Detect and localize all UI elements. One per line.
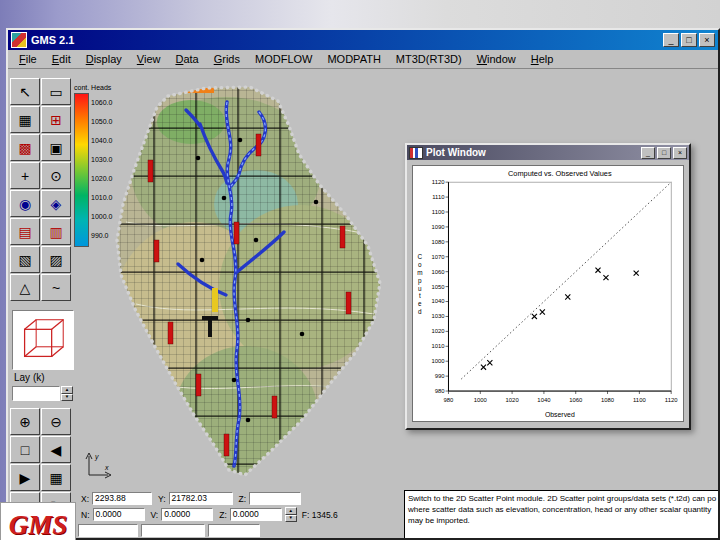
create-grid-tool-icon: ⊞ — [50, 112, 62, 128]
x-tick-label: 1100 — [633, 397, 646, 403]
arc-tool[interactable]: ~ — [41, 274, 71, 301]
view-orientation-cube[interactable] — [12, 310, 74, 370]
menu-data[interactable]: Data — [168, 52, 205, 66]
status-spinner-up[interactable]: ▲ — [285, 507, 297, 515]
zoom-tool-icon: ⊙ — [50, 168, 62, 184]
plot-window[interactable]: Plot Window _ □ × Computed vs. Observed … — [405, 143, 691, 430]
wireframe-cube-icon — [13, 311, 71, 367]
status-row-extra — [78, 523, 404, 538]
next-view-tool[interactable]: ▶ — [10, 464, 40, 491]
plan-view-tool[interactable]: ▦ — [41, 464, 71, 491]
client-area: ↖▭▦⊞▩▣+⊙◉◈▤▥▧▨△~ Lay (k) — [8, 70, 718, 538]
y-tick-label: 1040 — [431, 298, 445, 304]
window-controls: _ □ × — [663, 33, 715, 47]
x-tick-label: 1020 — [506, 397, 520, 403]
plot-maximize-button[interactable]: □ — [657, 147, 671, 159]
row-select-tool-icon: ▤ — [18, 224, 31, 240]
status-field[interactable] — [78, 524, 138, 537]
status-field[interactable] — [208, 524, 260, 537]
status-label: Y: — [158, 494, 166, 504]
menu-mt3d-rt3d-[interactable]: MT3D(RT3D) — [389, 52, 469, 66]
maximize-button[interactable]: □ — [681, 33, 697, 47]
menu-grids[interactable]: Grids — [207, 52, 247, 66]
zoom-tool[interactable]: ⊙ — [41, 162, 71, 189]
y-axis-label-char: d — [418, 308, 422, 315]
pan-tool[interactable]: + — [10, 162, 40, 189]
model-map[interactable] — [106, 82, 406, 482]
menu-help[interactable]: Help — [524, 52, 561, 66]
y-axis-label-char: C — [418, 253, 423, 260]
presentation-slide: GMS 2.1 _ □ × FileEditDisplayViewDataGri… — [0, 0, 720, 540]
grid-frame-tool[interactable]: ▦ — [10, 106, 40, 133]
gms-logo: GMS — [0, 502, 76, 540]
cell-hatch-tool-icon: ▨ — [49, 252, 62, 268]
layer-spinner-up[interactable]: ▲ — [61, 386, 73, 394]
status-field[interactable]: 0.0000 — [93, 508, 145, 521]
polygon-tool-icon: △ — [20, 280, 31, 296]
plot-close-button[interactable]: × — [673, 147, 687, 159]
status-field[interactable]: 2293.88 — [92, 492, 152, 505]
create-grid-tool[interactable]: ⊞ — [41, 106, 71, 133]
frame-view-tool[interactable]: □ — [10, 436, 40, 463]
axis-triad-icon: y x — [82, 448, 116, 482]
node-select-tool-icon: ◉ — [19, 196, 31, 212]
menu-edit[interactable]: Edit — [45, 52, 78, 66]
zoom-out-tool[interactable]: ⊖ — [41, 408, 71, 435]
node-select-tool[interactable]: ◉ — [10, 190, 40, 217]
status-bar: X:2293.88Y:21782.03Z: N:0.0000V:0.0000Z:… — [78, 491, 404, 538]
polygon-tool[interactable]: △ — [10, 274, 40, 301]
select-box-tool[interactable]: ▭ — [41, 78, 71, 105]
plot-minimize-button[interactable]: _ — [641, 147, 655, 159]
zoom-in-tool[interactable]: ⊕ — [10, 408, 40, 435]
scatter-chart: Computed vs. Observed Values980990100010… — [413, 166, 683, 421]
region-select-tool[interactable]: ▣ — [41, 134, 71, 161]
window-title: GMS 2.1 — [31, 34, 74, 46]
pan-tool-icon: + — [21, 168, 29, 184]
mesh-tool[interactable]: ▩ — [10, 134, 40, 161]
help-text-panel: Switch to the 2D Scatter Point module. 2… — [404, 490, 718, 538]
minimize-button[interactable]: _ — [663, 33, 679, 47]
y-tick-label: 1010 — [431, 343, 445, 349]
layer-spinner-down[interactable]: ▼ — [61, 394, 73, 402]
status-field[interactable] — [249, 492, 301, 505]
y-tick-label: 1080 — [431, 239, 445, 245]
select-tool[interactable]: ↖ — [10, 78, 40, 105]
x-tick-label: 1060 — [569, 397, 583, 403]
status-label: Z: — [219, 510, 227, 520]
zoom-in-tool-icon: ⊕ — [19, 414, 31, 430]
y-axis-label-char: e — [418, 300, 422, 307]
row-select-tool[interactable]: ▤ — [10, 218, 40, 245]
column-select-tool[interactable]: ▥ — [41, 218, 71, 245]
cell-fill-tool[interactable]: ▧ — [10, 246, 40, 273]
menu-bar: FileEditDisplayViewDataGridsMODFLOWMODPA… — [8, 50, 718, 69]
menu-modflow[interactable]: MODFLOW — [248, 52, 319, 66]
help-text-line: may be imported. — [408, 515, 718, 526]
close-button[interactable]: × — [699, 33, 715, 47]
previous-view-tool[interactable]: ◀ — [41, 436, 71, 463]
y-tick-label: 1050 — [431, 284, 445, 290]
plot-window-title-bar[interactable]: Plot Window _ □ × — [407, 145, 689, 160]
menu-modpath[interactable]: MODPATH — [320, 52, 387, 66]
region-select-tool-icon: ▣ — [49, 140, 62, 156]
menu-window[interactable]: Window — [470, 52, 523, 66]
status-field[interactable]: 21782.03 — [169, 492, 233, 505]
menu-display[interactable]: Display — [79, 52, 129, 66]
select-box-tool-icon: ▭ — [49, 84, 62, 100]
element-select-tool[interactable]: ◈ — [41, 190, 71, 217]
menu-file[interactable]: File — [12, 52, 44, 66]
status-field[interactable]: 0.0000 — [230, 508, 282, 521]
menu-view[interactable]: View — [130, 52, 168, 66]
plot-window-icon — [409, 147, 423, 159]
y-tick-label: 1090 — [431, 224, 445, 230]
app-icon — [11, 32, 27, 48]
title-bar[interactable]: GMS 2.1 _ □ × — [8, 30, 718, 50]
status-spinner-down[interactable]: ▼ — [285, 515, 297, 523]
status-field[interactable]: 0.0000 — [161, 508, 213, 521]
help-text-line: Switch to the 2D Scatter Point module. 2… — [408, 493, 718, 504]
status-field[interactable] — [141, 524, 205, 537]
cell-hatch-tool[interactable]: ▨ — [41, 246, 71, 273]
y-tick-label: 980 — [435, 388, 446, 394]
axis-y-label: y — [94, 453, 99, 461]
plot-canvas: Computed vs. Observed Values980990100010… — [412, 165, 684, 422]
layer-input[interactable] — [12, 386, 60, 401]
